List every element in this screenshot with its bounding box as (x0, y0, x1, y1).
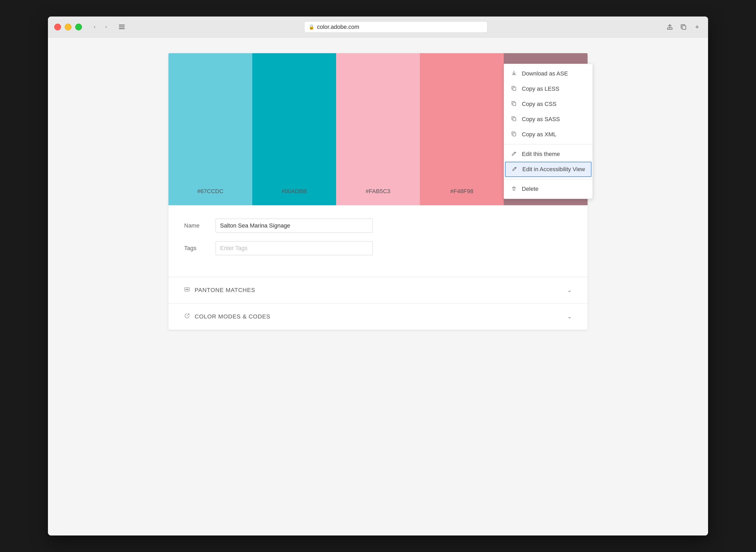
toolbar-right: + (665, 22, 702, 32)
svg-rect-7 (513, 118, 516, 121)
minimize-button[interactable] (65, 24, 71, 30)
color-modes-accordion-left: COLOR MODES & CODES (184, 313, 270, 320)
svg-point-10 (186, 289, 187, 290)
tags-input[interactable] (216, 241, 373, 255)
swatch-1[interactable]: #67CCDC (168, 53, 252, 205)
address-bar-container: 🔒 color.adobe.com (132, 21, 660, 33)
swatch-2[interactable]: #00ADBB (252, 53, 336, 205)
pantone-chevron: ⌄ (567, 287, 572, 294)
trash-icon (510, 186, 518, 192)
pantone-label: PANTONE MATCHES (195, 287, 255, 294)
download-ase-item[interactable]: Download as ASE (504, 66, 592, 81)
copy-icon-sass (510, 116, 518, 123)
swatch-label-3: #FAB5C3 (366, 188, 390, 195)
new-tab-button[interactable]: + (692, 22, 702, 32)
main-card: ✕ #67CCDC #00ADBB #FAB5C3 #F48F98 (168, 53, 588, 330)
name-input[interactable] (216, 219, 373, 233)
copy-icon-xml (510, 131, 518, 138)
back-button[interactable]: ‹ (90, 22, 99, 32)
color-modes-icon (184, 313, 190, 320)
copy-icon-less (510, 86, 518, 92)
tags-label: Tags (184, 245, 216, 252)
color-modes-label: COLOR MODES & CODES (195, 313, 270, 320)
nav-buttons: ‹ › (90, 22, 111, 32)
pantone-icon (184, 286, 190, 294)
forward-button[interactable]: › (102, 22, 111, 32)
copy-xml-label: Copy as XML (522, 131, 556, 138)
svg-rect-0 (119, 25, 125, 25)
info-section: Name Tags (168, 205, 588, 277)
delete-label: Delete (522, 185, 539, 192)
edit-accessibility-label: Edit in Accessibility View (522, 166, 585, 173)
copy-less-item[interactable]: Copy as LESS (504, 81, 592, 97)
color-modes-accordion[interactable]: COLOR MODES & CODES ⌄ (168, 303, 588, 330)
accessibility-icon (511, 166, 518, 173)
address-bar[interactable]: 🔒 color.adobe.com (304, 21, 488, 33)
color-modes-chevron: ⌄ (567, 313, 572, 320)
swatch-3[interactable]: #FAB5C3 (336, 53, 420, 205)
copy-css-label: Copy as CSS (522, 101, 556, 108)
svg-rect-1 (119, 26, 125, 27)
download-icon (510, 71, 518, 77)
svg-rect-2 (119, 28, 125, 29)
duplicate-button[interactable] (679, 22, 688, 32)
swatch-4[interactable]: #F48F98 (420, 53, 504, 205)
copy-less-label: Copy as LESS (522, 86, 559, 92)
edit-theme-label: Edit this theme (522, 151, 560, 157)
svg-rect-9 (185, 288, 189, 291)
close-button[interactable] (54, 24, 61, 30)
swatch-label-2: #00ADBB (281, 188, 307, 195)
copy-xml-item[interactable]: Copy as XML (504, 127, 592, 142)
page-content: ✕ #67CCDC #00ADBB #FAB5C3 #F48F98 (48, 37, 708, 536)
edit-theme-icon (510, 151, 518, 157)
svg-rect-6 (513, 103, 516, 106)
traffic-lights (54, 24, 82, 30)
name-row: Name (184, 219, 572, 233)
svg-point-11 (187, 289, 189, 290)
copy-sass-item[interactable]: Copy as SASS (504, 112, 592, 127)
copy-css-item[interactable]: Copy as CSS (504, 97, 592, 112)
name-label: Name (184, 222, 216, 229)
svg-rect-8 (513, 133, 516, 136)
pantone-accordion-left: PANTONE MATCHES (184, 286, 255, 294)
delete-item[interactable]: Delete (504, 181, 592, 196)
swatch-label-4: #F48F98 (450, 188, 474, 195)
swatch-label-1: #67CCDC (197, 188, 223, 195)
pantone-accordion[interactable]: PANTONE MATCHES ⌄ (168, 277, 588, 303)
swatches-wrapper: #67CCDC #00ADBB #FAB5C3 #F48F98 #A47881 (168, 53, 588, 205)
copy-sass-label: Copy as SASS (522, 116, 560, 123)
url-text: color.adobe.com (317, 24, 359, 30)
svg-rect-5 (513, 87, 516, 91)
sidebar-button[interactable] (117, 22, 127, 32)
context-menu: Download as ASE Copy as LESS (504, 64, 593, 199)
menu-divider-1 (504, 144, 592, 144)
edit-theme-item[interactable]: Edit this theme (504, 146, 592, 162)
maximize-button[interactable] (75, 24, 82, 30)
download-ase-label: Download as ASE (522, 70, 568, 77)
share-button[interactable] (665, 22, 675, 32)
tags-row: Tags (184, 241, 572, 255)
copy-icon-css (510, 101, 518, 108)
lock-icon: 🔒 (309, 24, 314, 30)
svg-rect-4 (682, 26, 686, 29)
title-bar: ‹ › 🔒 color.adobe.com (48, 16, 708, 37)
edit-accessibility-item[interactable]: Edit in Accessibility View (505, 162, 591, 177)
browser-window: ‹ › 🔒 color.adobe.com (48, 16, 708, 536)
menu-divider-2 (504, 179, 592, 179)
